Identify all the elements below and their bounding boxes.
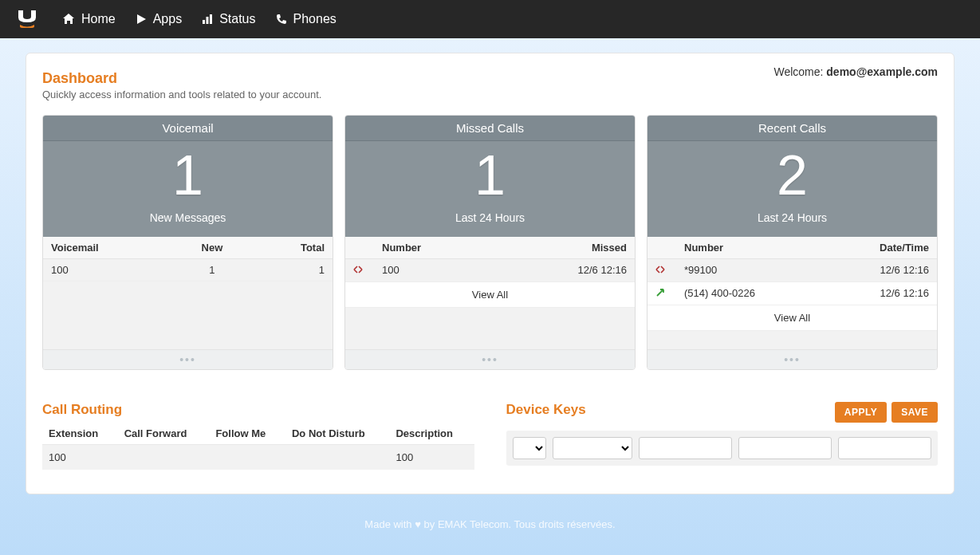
voicemail-caption: New Messages: [43, 211, 333, 229]
routing-header-fwd: Call Forward: [118, 423, 210, 445]
svg-rect-1: [207, 17, 209, 24]
routing-header-follow: Follow Me: [209, 423, 285, 445]
missed-row[interactable]: 100 12/6 12:16: [345, 258, 635, 281]
dk-input-1[interactable]: [639, 437, 732, 459]
vm-row-box: 100: [43, 258, 174, 281]
panel-recent: Recent Calls 2 Last 24 Hours Number Date…: [647, 115, 938, 370]
nav-apps[interactable]: Apps: [136, 12, 182, 26]
device-keys-title: Device Keys: [506, 402, 586, 418]
page-title: Dashboard: [42, 70, 321, 87]
missed-header-number: Number: [374, 237, 494, 259]
welcome-prefix: Welcome:: [773, 65, 826, 78]
missed-caption: Last 24 Hours: [345, 211, 635, 229]
panel-missed-more[interactable]: •••: [345, 349, 635, 369]
missed-viewall[interactable]: View All: [345, 282, 635, 308]
voicemail-count: 1: [43, 141, 333, 211]
missed-row-datetime: 12/6 12:16: [494, 258, 635, 281]
routing-header-desc: Description: [389, 423, 474, 445]
routing-row-dnd: [285, 445, 390, 470]
voicemail-table: Voicemail New Total 100 1 1: [43, 237, 333, 281]
routing-row[interactable]: 100 100: [42, 445, 474, 470]
footer-text: Made with ♥ by EMAK Telecom. Tous droits…: [0, 509, 980, 546]
nav-home[interactable]: Home: [62, 12, 116, 26]
device-keys-section: Device Keys APPLY SAVE: [506, 402, 939, 470]
play-icon: [136, 14, 147, 25]
vm-header-box: Voicemail: [43, 237, 174, 259]
panel-voicemail-title: Voicemail: [43, 116, 333, 141]
logo: [16, 8, 38, 30]
recent-row2-number: (514) 400-0226: [676, 281, 825, 305]
recent-row1-datetime: 12/6 12:16: [825, 258, 937, 281]
save-button[interactable]: SAVE: [891, 402, 938, 423]
panel-recent-more[interactable]: •••: [647, 349, 937, 369]
svg-rect-0: [203, 20, 205, 24]
routing-header-ext: Extension: [42, 423, 118, 445]
routing-row-follow: [209, 445, 285, 470]
routing-header-dnd: Do Not Disturb: [285, 423, 390, 445]
routing-table: Extension Call Forward Follow Me Do Not …: [42, 423, 474, 470]
call-routing-section: Call Routing Extension Call Forward Foll…: [42, 402, 474, 470]
nav-status-label: Status: [219, 12, 255, 26]
device-keys-row: [506, 431, 939, 466]
main-content: Dashboard Quickly access information and…: [26, 53, 954, 494]
nav-apps-label: Apps: [153, 12, 182, 26]
dk-select-2[interactable]: [553, 437, 632, 459]
recent-viewall[interactable]: View All: [647, 305, 937, 331]
panel-missed: Missed Calls 1 Last 24 Hours Number Miss…: [344, 115, 636, 370]
vm-row-new: 1: [174, 258, 250, 281]
page-subtitle: Quickly access information and tools rel…: [42, 89, 321, 100]
nav-phones-label: Phones: [293, 12, 337, 26]
missed-call-icon: [655, 265, 665, 277]
panel-voicemail-more[interactable]: •••: [43, 349, 333, 369]
vm-row-total: 1: [250, 258, 333, 281]
panel-recent-title: Recent Calls: [647, 116, 937, 141]
vm-row[interactable]: 100 1 1: [43, 258, 333, 281]
recent-caption: Last 24 Hours: [647, 211, 937, 229]
nav-status[interactable]: Status: [202, 12, 255, 26]
panel-voicemail-jumbo: 1 New Messages: [43, 141, 333, 237]
outbound-call-icon: [655, 288, 665, 300]
recent-count: 2: [647, 141, 937, 211]
chart-icon: [202, 14, 213, 25]
welcome-text: Welcome: demo@example.com: [773, 65, 938, 78]
phone-icon: [276, 14, 287, 25]
dk-input-3[interactable]: [838, 437, 931, 459]
routing-row-desc: 100: [389, 445, 474, 470]
missed-row-number: 100: [374, 258, 494, 281]
vm-header-new: New: [174, 237, 250, 259]
panel-voicemail: Voicemail 1 New Messages Voicemail New T…: [42, 115, 333, 370]
recent-row-2[interactable]: (514) 400-0226 12/6 12:16: [647, 281, 937, 305]
routing-row-ext: 100: [42, 445, 118, 470]
panel-missed-title: Missed Calls: [345, 116, 635, 141]
missed-count: 1: [345, 141, 635, 211]
missed-table: Number Missed 100 12/6 12:16: [345, 237, 635, 282]
vm-header-total: Total: [250, 237, 333, 259]
apply-button[interactable]: APPLY: [835, 402, 887, 423]
missed-header-missed: Missed: [494, 237, 635, 259]
svg-rect-2: [210, 14, 212, 24]
call-routing-title: Call Routing: [42, 402, 474, 418]
recent-table: Number Date/Time *99100 12/6 12:16: [647, 237, 937, 305]
nav-home-label: Home: [81, 12, 116, 26]
panel-recent-jumbo: 2 Last 24 Hours: [647, 141, 937, 237]
routing-row-fwd: [118, 445, 210, 470]
dk-input-2[interactable]: [738, 437, 832, 459]
dk-select-1[interactable]: [513, 437, 546, 459]
recent-row-1[interactable]: *99100 12/6 12:16: [647, 258, 937, 281]
recent-header-datetime: Date/Time: [825, 237, 937, 259]
home-icon: [62, 13, 75, 26]
recent-header-number: Number: [676, 237, 825, 259]
navbar: Home Apps Status Phones: [0, 0, 980, 38]
missed-call-icon: [353, 265, 363, 277]
panel-missed-jumbo: 1 Last 24 Hours: [345, 141, 635, 237]
nav-phones[interactable]: Phones: [276, 12, 337, 26]
recent-row1-number: *99100: [676, 258, 825, 281]
welcome-email: demo@example.com: [826, 65, 938, 78]
recent-row2-datetime: 12/6 12:16: [825, 281, 937, 305]
